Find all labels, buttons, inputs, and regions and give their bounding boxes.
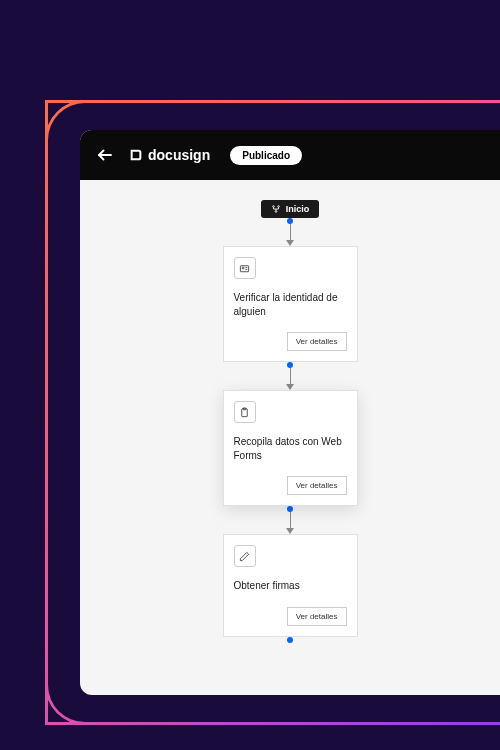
brand-name: docusign [148,147,210,163]
svg-point-9 [242,267,244,269]
status-badge: Publicado [230,146,302,165]
app-window: docusign Publicado Inicio [80,130,500,695]
svg-point-1 [272,206,274,208]
view-details-button[interactable]: Ver detalles [287,607,347,626]
start-node[interactable]: Inicio [261,200,320,218]
svg-point-3 [275,211,277,213]
workflow-step-card[interactable]: Verificar la identidad de alguien Ver de… [223,246,358,362]
step-title: Verificar la identidad de alguien [234,291,347,318]
step-title: Recopila datos con Web Forms [234,435,347,462]
start-label: Inicio [286,204,310,214]
pen-icon [234,545,256,567]
svg-point-2 [277,206,279,208]
connector [286,506,294,534]
back-button[interactable] [96,146,114,164]
workflow-step-card[interactable]: Recopila datos con Web Forms Ver detalle… [223,390,358,506]
view-details-button[interactable]: Ver detalles [287,476,347,495]
docusign-logo-icon [128,147,144,163]
svg-rect-8 [240,265,248,271]
brand-logo: docusign [128,147,210,163]
header-bar: docusign Publicado [80,130,500,180]
clipboard-icon [234,401,256,423]
workflow-step-card[interactable]: Obtener firmas Ver detalles [223,534,358,637]
start-icon [271,204,281,214]
id-verify-icon [234,257,256,279]
connector [286,218,294,246]
connector [287,637,293,643]
step-title: Obtener firmas [234,579,347,593]
view-details-button[interactable]: Ver detalles [287,332,347,351]
workflow-canvas: Inicio Verificar la identidad de alguien [80,180,500,695]
connector [286,362,294,390]
